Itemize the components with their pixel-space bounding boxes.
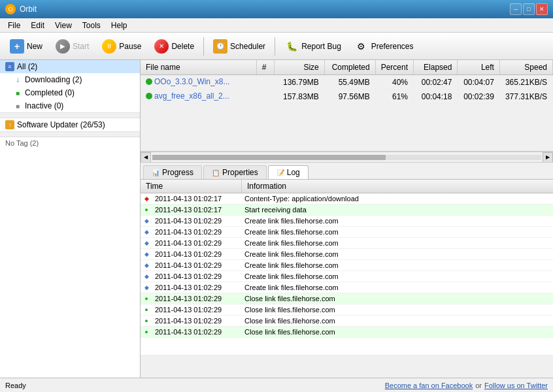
log-rows[interactable]: ◆ 2011-04-13 01:02:17 Content-Type: appl… xyxy=(141,193,553,355)
log-row-info: Close link files.filehorse.com xyxy=(242,293,553,304)
cell-num xyxy=(256,90,274,104)
log-col-info: Information xyxy=(242,180,543,193)
log-row: ◆ 2011-04-13 01:02:29 Create link files.… xyxy=(141,260,553,271)
menu-file[interactable]: File xyxy=(3,20,25,31)
log-row-icon: ◆ xyxy=(141,193,152,204)
tab-log-label: Log xyxy=(287,168,300,177)
close-button[interactable]: ✕ xyxy=(536,3,548,15)
col-header-percent: Percent xyxy=(375,60,413,75)
preferences-button[interactable]: ⚙ Preferences xyxy=(348,36,420,57)
log-row-time: 2011-04-13 01:02:17 xyxy=(152,204,242,215)
pause-button[interactable]: ⏸ Pause xyxy=(96,36,147,57)
scheduler-icon: 🕐 xyxy=(213,39,227,54)
minimize-button[interactable]: ─ xyxy=(510,3,522,15)
log-row: ◆ 2011-04-13 01:02:17 Content-Type: appl… xyxy=(141,193,553,204)
delete-button[interactable]: ✕ Delete xyxy=(148,36,200,57)
preferences-icon: ⚙ xyxy=(354,39,369,54)
report-bug-button[interactable]: 🐛 Report Bug xyxy=(278,36,347,57)
cell-speed: 377.31KB/S xyxy=(499,90,552,104)
sidebar-no-tag: No Tag (2) xyxy=(0,137,140,149)
title-bar-left: O Orbit xyxy=(5,4,37,14)
cell-elapsed: 00:02:47 xyxy=(414,75,458,90)
log-row-time: 2011-04-13 01:02:29 xyxy=(152,216,242,226)
scroll-left-button[interactable]: ◀ xyxy=(141,152,151,163)
file-area: File name # Size Completed Percent Elaps… xyxy=(141,60,553,378)
col-header-left: Left xyxy=(458,60,499,75)
tab-progress[interactable]: 📊 Progress xyxy=(143,165,202,179)
log-row-time: 2011-04-13 01:02:29 xyxy=(152,327,242,337)
properties-tab-icon: 📋 xyxy=(212,169,220,176)
main-content: All (2) ↓ Downloading (2) ■ Completed (0… xyxy=(0,60,553,378)
cell-filename: avg_free_x86_all_2... xyxy=(141,90,256,104)
menu-view[interactable]: View xyxy=(50,20,77,31)
menu-help[interactable]: Help xyxy=(106,20,133,31)
status-separator: or xyxy=(475,382,482,389)
col-header-elapsed: Elapsed xyxy=(414,60,458,75)
cell-filename-text: OOo_3.3.0_Win_x8... xyxy=(154,77,229,86)
log-row: ◆ 2011-04-13 01:02:29 Create link files.… xyxy=(141,227,553,238)
pause-icon: ⏸ xyxy=(102,39,116,54)
report-bug-icon: 🐛 xyxy=(284,39,299,54)
log-row-icon: ● xyxy=(141,327,152,337)
scroll-right-button[interactable]: ▶ xyxy=(543,152,553,163)
start-label: Start xyxy=(73,42,89,51)
sidebar-downloads-section: All (2) ↓ Downloading (2) ■ Completed (0… xyxy=(0,60,140,113)
log-row-info: Create link files.filehorse.com xyxy=(242,216,553,226)
tab-log[interactable]: 📝 Log xyxy=(268,165,309,179)
menu-bar: File Edit View Tools Help xyxy=(0,18,553,33)
cell-filename: OOo_3.3.0_Win_x8... xyxy=(141,75,256,90)
sidebar-item-inactive[interactable]: ■ Inactive (0) xyxy=(0,99,140,112)
log-row: ● 2011-04-13 01:02:29 Close link files.f… xyxy=(141,327,553,338)
maximize-button[interactable]: □ xyxy=(523,3,535,15)
title-controls: ─ □ ✕ xyxy=(510,3,548,15)
col-header-speed: Speed xyxy=(499,60,552,75)
log-row-icon: ● xyxy=(141,293,152,304)
table-row[interactable]: OOo_3.3.0_Win_x8... 136.79MB 55.49MB 40%… xyxy=(141,75,553,90)
log-row: ◆ 2011-04-13 01:02:29 Create link files.… xyxy=(141,249,553,260)
sidebar-item-software-updater[interactable]: ↑ Software Updater (26/53) xyxy=(0,118,140,131)
facebook-link[interactable]: Become a fan on Facebook xyxy=(385,382,473,389)
log-content: Time Information ◆ 2011-04-13 01:02:17 C… xyxy=(141,180,553,355)
inactive-icon: ■ xyxy=(13,101,22,110)
title-bar: O Orbit ─ □ ✕ xyxy=(0,0,553,18)
sidebar-inactive-label: Inactive (0) xyxy=(25,101,63,110)
file-table: File name # Size Completed Percent Elaps… xyxy=(141,60,553,104)
scroll-thumb[interactable] xyxy=(152,155,386,160)
log-row-info: Close link files.filehorse.com xyxy=(242,304,553,315)
sidebar-item-completed[interactable]: ■ Completed (0) xyxy=(0,86,140,99)
sidebar-completed-label: Completed (0) xyxy=(25,88,75,97)
log-row: ● 2011-04-13 01:02:29 Close link files.f… xyxy=(141,316,553,327)
tab-properties[interactable]: 📋 Properties xyxy=(203,165,267,179)
tab-properties-label: Properties xyxy=(222,168,258,177)
sidebar-item-downloading[interactable]: ↓ Downloading (2) xyxy=(0,73,140,86)
log-row-icon: ◆ xyxy=(141,238,152,248)
new-icon: + xyxy=(10,39,24,54)
table-row[interactable]: avg_free_x86_all_2... 157.83MB 97.56MB 6… xyxy=(141,90,553,104)
log-row: ● 2011-04-13 01:02:29 Close link files.f… xyxy=(141,293,553,304)
log-row-icon: ● xyxy=(141,304,152,315)
cell-percent: 40% xyxy=(375,75,413,90)
sidebar-divider-2 xyxy=(0,132,140,137)
delete-label: Delete xyxy=(171,42,194,51)
toolbar: + New ▶ Start ⏸ Pause ✕ Delete 🕐 Schedul… xyxy=(0,33,553,60)
log-row-info: Create link files.filehorse.com xyxy=(242,227,553,237)
new-button[interactable]: + New xyxy=(4,36,48,57)
start-button[interactable]: ▶ Start xyxy=(50,36,95,57)
log-row: ◆ 2011-04-13 01:02:29 Create link files.… xyxy=(141,216,553,227)
cell-left: 00:02:39 xyxy=(458,90,499,104)
tab-progress-label: Progress xyxy=(162,168,193,177)
log-tab-icon: 📝 xyxy=(276,169,284,176)
status-bar: Ready Become a fan on Facebook or Follow… xyxy=(0,378,553,392)
twitter-link[interactable]: Follow us on Twitter xyxy=(484,382,548,389)
menu-tools[interactable]: Tools xyxy=(77,20,106,31)
sidebar-item-all[interactable]: All (2) xyxy=(0,60,140,73)
horizontal-scrollbar[interactable]: ◀ ▶ xyxy=(141,152,553,162)
pause-label: Pause xyxy=(119,42,141,51)
cell-size: 157.83MB xyxy=(275,90,325,104)
file-table-container[interactable]: File name # Size Completed Percent Elaps… xyxy=(141,60,553,152)
all-icon xyxy=(5,62,14,71)
scheduler-button[interactable]: 🕐 Scheduler xyxy=(207,36,271,57)
cell-filename-text: avg_free_x86_all_2... xyxy=(154,91,229,101)
scroll-track[interactable] xyxy=(152,155,541,160)
menu-edit[interactable]: Edit xyxy=(25,20,50,31)
